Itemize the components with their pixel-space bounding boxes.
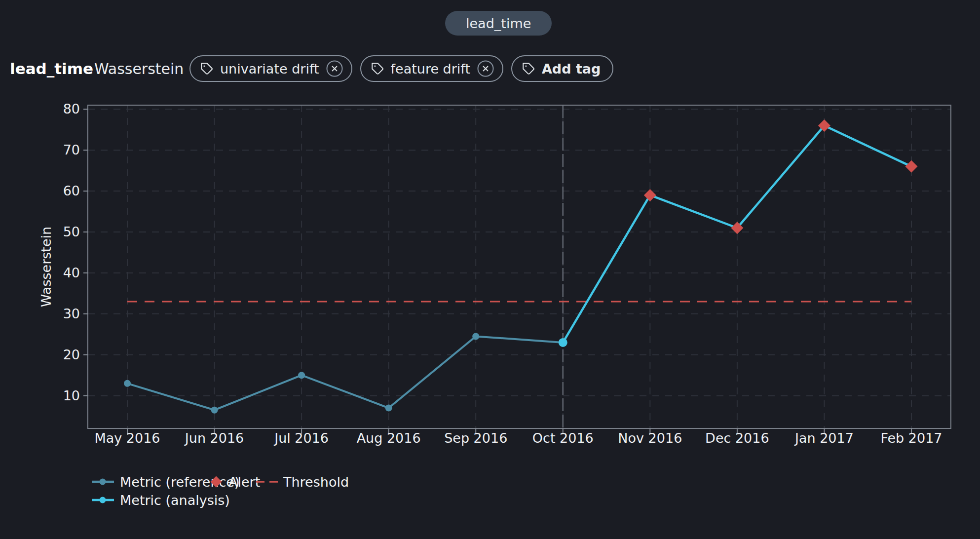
- series-line-reference: [127, 336, 563, 410]
- data-point-reference[interactable]: [124, 380, 131, 387]
- x-tick-label: Oct 2016: [532, 430, 594, 446]
- x-tick-label: Sep 2016: [444, 430, 507, 446]
- data-point-reference[interactable]: [472, 333, 479, 340]
- y-tick-label: 30: [63, 306, 80, 321]
- threshold-dash-swatch: [256, 477, 278, 487]
- y-tick-label: 70: [63, 142, 80, 157]
- alert-diamond-swatch: [209, 475, 223, 489]
- x-tick-label: Aug 2016: [357, 430, 421, 446]
- data-point-reference[interactable]: [211, 407, 218, 414]
- univariate-drift-screen: lead_time lead_time Wasserstein univaria…: [0, 0, 980, 539]
- reference-line-swatch: [91, 477, 114, 487]
- x-tick-label: Feb 2017: [880, 430, 942, 446]
- y-axis-title: Wasserstein: [38, 227, 54, 307]
- data-point-analysis[interactable]: [559, 338, 567, 347]
- x-tick-label: Dec 2016: [705, 430, 769, 446]
- alert-marker[interactable]: [905, 160, 918, 173]
- x-tick-label: Jun 2016: [184, 430, 244, 446]
- data-point-reference[interactable]: [298, 372, 305, 379]
- y-tick-label: 60: [63, 183, 80, 198]
- axes: 1020304050607080May 2016Jun 2016Jul 2016…: [38, 101, 942, 446]
- plot-frame: [88, 105, 951, 428]
- y-tick-label: 80: [63, 101, 80, 116]
- legend-item-metric-analysis[interactable]: Metric (analysis): [91, 492, 230, 508]
- drift-chart: 1020304050607080May 2016Jun 2016Jul 2016…: [0, 0, 980, 539]
- legend-label: Alert: [228, 474, 260, 490]
- analysis-line-swatch: [91, 495, 114, 505]
- legend-item-alert[interactable]: Alert: [209, 474, 260, 490]
- y-tick-label: 40: [63, 265, 80, 280]
- y-tick-label: 50: [63, 224, 80, 239]
- legend-label: Threshold: [283, 474, 349, 490]
- legend-label: Metric (analysis): [120, 493, 230, 508]
- y-tick-label: 10: [63, 388, 80, 403]
- x-tick-label: Nov 2016: [618, 430, 682, 446]
- x-tick-label: Jan 2017: [794, 430, 854, 446]
- x-tick-label: Jul 2016: [273, 430, 329, 446]
- legend-item-threshold[interactable]: Threshold: [256, 474, 349, 490]
- data-point-reference[interactable]: [385, 405, 392, 412]
- x-tick-label: May 2016: [94, 430, 160, 446]
- gridlines: [88, 105, 951, 428]
- y-tick-label: 20: [63, 347, 80, 362]
